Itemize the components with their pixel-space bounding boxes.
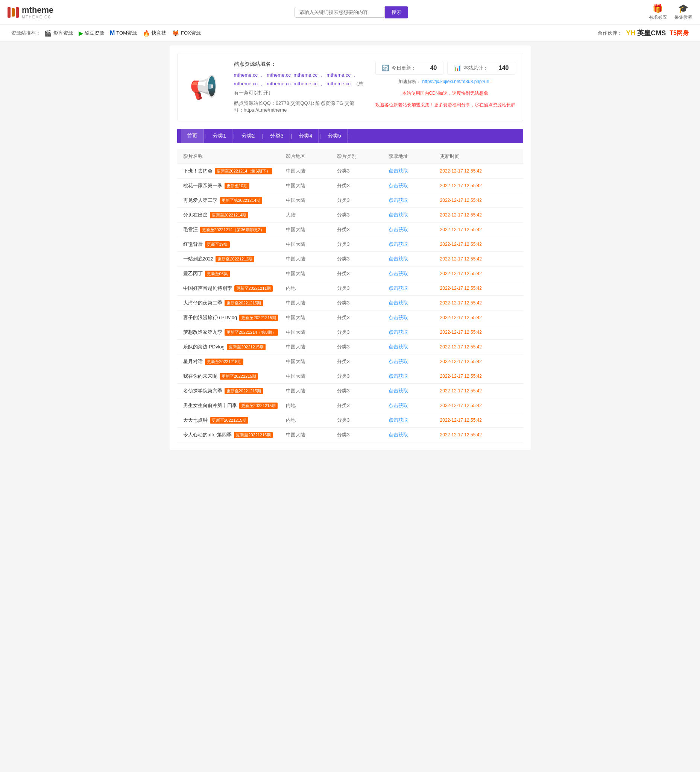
col-time-18: 2022-12-17 12:55:42 [440,432,517,437]
today-update-box: 🔄 今日更新： 40 [375,61,443,75]
movie-tag: 更新至20221212期 [216,256,254,262]
get-link-12[interactable]: 点击获取 [389,344,408,350]
get-link-3[interactable]: 点击获取 [389,212,408,218]
col-link-8: 点击获取 [389,285,440,292]
col-time-11: 2022-12-17 12:55:42 [440,330,517,335]
get-link-7[interactable]: 点击获取 [389,271,408,276]
nav-tab-cat1[interactable]: 分类1 [207,129,233,143]
col-title-15: 名侦探学院第六季 更新至20221215期 [183,388,286,394]
col-header-time: 更新时间 [440,153,517,160]
domain-link-8[interactable]: mtheme.cc [326,81,351,87]
movie-title: 名侦探学院第六季 [183,388,222,394]
table-row: 下班！去约会 更新至20221214（第6期下） 中国大陆 分类3 点击获取 2… [177,164,523,178]
resource-item-kuaiji[interactable]: 🔥 快竞技 [143,30,166,37]
col-region-0: 中国大陆 [286,168,338,174]
resource-item-kudou[interactable]: ▶ 酷豆资源 [79,30,104,37]
movie-tag: 更新至20221215期 [220,373,258,379]
get-link-2[interactable]: 点击获取 [389,197,408,203]
domain-link-2[interactable]: mtheme.cc [267,72,291,78]
col-time-2: 2022-12-17 12:55:42 [440,198,517,203]
movie-title: 豊乙丙丁 [183,270,203,277]
nav-tab-cat2[interactable]: 分类2 [236,129,261,143]
nav-tab-cat4[interactable]: 分类4 [293,129,319,143]
refresh-icon: 🔄 [382,64,389,71]
today-update-label: 🔄 今日更新： [382,64,416,71]
get-link-16[interactable]: 点击获取 [389,402,408,408]
col-time-14: 2022-12-17 12:55:42 [440,374,517,379]
get-link-8[interactable]: 点击获取 [389,285,408,291]
domain-link-4[interactable]: mtheme.cc [326,72,351,78]
get-link-13[interactable]: 点击获取 [389,358,408,364]
col-link-1: 点击获取 [389,182,440,189]
col-time-5: 2022-12-17 12:55:42 [440,242,517,247]
site-info-text: 酷点资源站域名： mtheme.cc 、 mtheme.cc mtheme.cc… [234,61,364,113]
col-time-8: 2022-12-17 12:55:42 [440,286,517,291]
movie-title: 星月对话 [183,358,203,365]
table-row: 妻子的浪漫旅行6 PDvlog 更新至20221215期 中国大陆 分类3 点击… [177,311,523,325]
get-link-4[interactable]: 点击获取 [389,227,408,232]
domain-link-7[interactable]: mtheme.cc [294,81,318,87]
site-info: 📢 酷点资源站域名： mtheme.cc 、 mtheme.cc mtheme.… [177,53,523,121]
col-title-14: 我在你的未来呢 更新至20221215期 [183,373,286,379]
get-link-6[interactable]: 点击获取 [389,256,408,262]
domain-link-6[interactable]: mtheme.cc [267,81,291,87]
table-row: 毛雪汪 更新至20221214（第36期加更2） 中国大陆 分类3 点击获取 2… [177,222,523,237]
col-type-10: 分类3 [337,314,389,321]
search-input[interactable] [295,7,385,18]
col-link-2: 点击获取 [389,197,440,204]
resource-item-tom[interactable]: M TOM资源 [110,30,137,36]
tom-icon: M [110,30,115,36]
get-link-10[interactable]: 点击获取 [389,315,408,320]
get-link-5[interactable]: 点击获取 [389,241,408,247]
get-link-18[interactable]: 点击获取 [389,432,408,437]
get-link-11[interactable]: 点击获取 [389,329,408,335]
col-time-16: 2022-12-17 12:55:42 [440,403,517,408]
domain-link-1[interactable]: mtheme.cc [234,72,258,78]
col-link-5: 点击获取 [389,241,440,248]
header-link-request[interactable]: 🎁 有求必应 [649,4,667,21]
site-megaphone-icon: 📢 [185,61,223,113]
partner-t5[interactable]: T5网身 [669,29,689,37]
search-button[interactable]: 搜索 [385,7,408,18]
nav-tab-home[interactable]: 首页 [181,129,204,143]
col-link-10: 点击获取 [389,314,440,321]
get-link-9[interactable]: 点击获取 [389,300,408,306]
nav-tab-cat5[interactable]: 分类5 [321,129,348,143]
domain-link-5[interactable]: mtheme.cc [234,81,258,87]
movie-tag: 更新至20221215期 [205,358,244,365]
col-title-5: 红毯背后 更新至19集 [183,241,286,248]
cdn-notice-1: 本站使用国内CDN加速，速度快到无法想象 [375,90,515,96]
table-row: 令人心动的offer第四季 更新至20221215期 中国大陆 分类3 点击获取… [177,428,523,442]
header-link-tutorial[interactable]: 🎓 采集教程 [674,4,692,21]
table-row: 再见爱人第二季 更新至第20221214期 中国大陆 分类3 点击获取 2022… [177,193,523,208]
col-time-17: 2022-12-17 12:55:42 [440,417,517,423]
movie-tag: 更新至20221214（第6期下） [215,168,272,174]
get-link-15[interactable]: 点击获取 [389,388,408,394]
resource-item-fox[interactable]: 🦊 FOX资源 [172,30,201,37]
col-region-10: 中国大陆 [286,314,338,321]
cdn-link[interactable]: https://jx.kujiexi.net/m3u8.php?url= [422,79,492,84]
col-title-1: 桃花一家亲第一季 更新至10期 [183,182,286,189]
col-link-0: 点击获取 [389,168,440,174]
get-link-14[interactable]: 点击获取 [389,373,408,379]
partner-yinghuang[interactable]: YH 英皇CMS [626,29,666,38]
col-title-10: 妻子的浪漫旅行6 PDvlog 更新至20221215期 [183,314,286,321]
nav-tab-cat3[interactable]: 分类3 [264,129,290,143]
get-link-17[interactable]: 点击获取 [389,417,408,423]
partner-label: 合作伙伴： [598,30,622,36]
domain-link-3[interactable]: mtheme.cc [294,72,318,78]
col-link-13: 点击获取 [389,358,440,365]
movie-tag: 更新至20221215期 [234,432,273,438]
col-region-9: 中国大陆 [286,299,338,306]
nav-tabs: 首页 | 分类1 | 分类2 | 分类3 | 分类4 | 分类5 | [177,129,523,143]
get-link-1[interactable]: 点击获取 [389,183,408,188]
col-title-18: 令人心动的offer第四季 更新至20221215期 [183,432,286,438]
resource-item-yingku[interactable]: 🎬 影库资源 [44,30,73,37]
col-title-6: 一站到底2022 更新至20221212期 [183,255,286,262]
col-link-14: 点击获取 [389,373,440,379]
col-title-8: 中国好声音越剧特别季 更新至20221211期 [183,285,286,292]
movie-tag: 更新至20221215期 [225,300,263,306]
movie-title: 天天七点钟 [183,417,208,424]
get-link-0[interactable]: 点击获取 [389,168,408,173]
col-type-7: 分类3 [337,270,389,277]
